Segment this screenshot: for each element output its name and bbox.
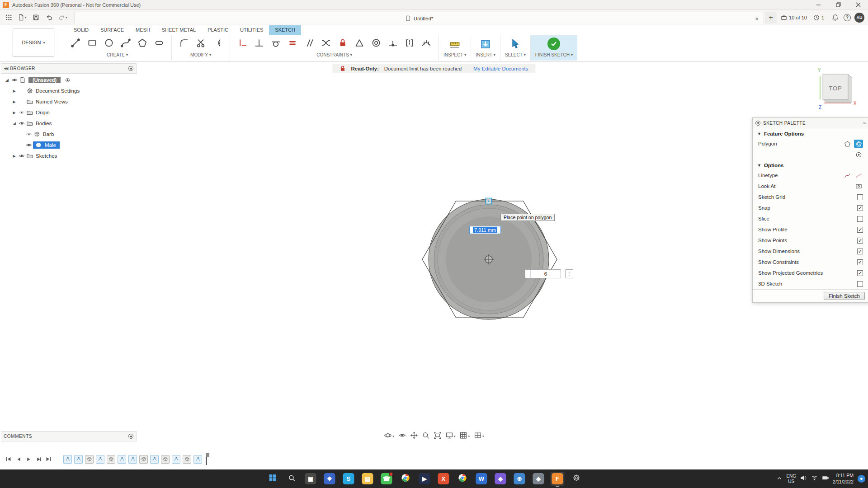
- visibility-eye-icon[interactable]: [25, 142, 33, 148]
- extension-clock[interactable]: 1: [811, 14, 826, 21]
- tray-overflow-chevron[interactable]: [777, 475, 782, 483]
- inspect-group-label[interactable]: INSPECT: [443, 52, 466, 57]
- fillet-tool-button[interactable]: [176, 37, 192, 51]
- select-group-label[interactable]: SELECT: [505, 52, 526, 57]
- go-to-start-button[interactable]: [4, 454, 14, 464]
- taskbar-globe-app-button[interactable]: ⊕: [512, 472, 526, 486]
- dimension-input[interactable]: 7.911 mm: [469, 226, 501, 234]
- comments-header[interactable]: COMMENTS: [1, 431, 137, 441]
- midpoint-tool-button[interactable]: [385, 37, 401, 51]
- taskbar-settings-button[interactable]: [569, 472, 583, 486]
- tree-closed-arrow[interactable]: ▶: [11, 111, 18, 115]
- new-tab-button[interactable]: +: [765, 12, 777, 23]
- extrude-feature-icon[interactable]: [161, 455, 170, 464]
- show-profile-checkbox[interactable]: ✓: [857, 227, 863, 233]
- insert-group-label[interactable]: INSERT: [476, 52, 495, 57]
- help-button[interactable]: [844, 14, 851, 21]
- volume-icon[interactable]: [800, 474, 807, 483]
- circle-tool-button[interactable]: [101, 37, 117, 51]
- extrude-feature-icon[interactable]: [139, 455, 148, 464]
- taskbar-app-orange-button[interactable]: X: [436, 472, 450, 486]
- timeline-position-marker[interactable]: [203, 453, 209, 465]
- taskbar-chrome-button[interactable]: [398, 472, 412, 486]
- taskbar-whatsapp-button[interactable]: ☎: [379, 472, 393, 486]
- sketch-feature-icon[interactable]: [118, 455, 126, 464]
- orbit-button[interactable]: ▾: [383, 431, 395, 441]
- sketch-palette-header[interactable]: SKETCH PALETTE »: [753, 118, 868, 128]
- slice-checkbox[interactable]: [857, 216, 863, 222]
- extrude-feature-icon[interactable]: [107, 455, 115, 464]
- pan-button[interactable]: [410, 431, 418, 441]
- expand-palette-icon[interactable]: »: [863, 120, 866, 126]
- look-at-icon[interactable]: [854, 182, 863, 190]
- slot-tool-button[interactable]: [151, 37, 167, 51]
- app-grid-icon[interactable]: [2, 11, 15, 24]
- ribbon-tab-mesh[interactable]: MESH: [130, 25, 156, 35]
- network-icon[interactable]: [811, 474, 818, 483]
- taskbar-fusion-360-button[interactable]: F: [550, 472, 564, 486]
- conic-tool-button[interactable]: [352, 37, 367, 51]
- fit-button[interactable]: [433, 431, 442, 441]
- rectangle-tool-button[interactable]: [85, 37, 100, 51]
- file-menu-button[interactable]: [15, 11, 29, 24]
- ribbon-tab-utilities[interactable]: UTILITIES: [234, 25, 269, 35]
- tangent-tool-button[interactable]: [268, 37, 283, 51]
- viewcube-front-face[interactable]: [823, 99, 851, 103]
- select-tool-button[interactable]: [508, 37, 523, 51]
- sketch-feature-icon[interactable]: [150, 455, 159, 464]
- visibility-eye-icon[interactable]: [18, 120, 26, 127]
- finish-sketch-button[interactable]: [546, 37, 561, 51]
- minimize-button[interactable]: [808, 0, 828, 9]
- taskbar-snipping-tool-button[interactable]: ▣: [303, 472, 317, 486]
- show-dimensions-checkbox[interactable]: ✓: [857, 249, 863, 254]
- go-to-end-button[interactable]: [43, 454, 53, 464]
- document-tab[interactable]: Untitled* ×: [74, 12, 764, 24]
- inscribed-polygon-mode-icon[interactable]: [854, 150, 863, 159]
- sketch-feature-icon[interactable]: [74, 455, 83, 464]
- finish-sketch-label[interactable]: FINISH SKETCH: [535, 52, 573, 57]
- zoom-button[interactable]: [421, 431, 430, 441]
- display-settings-button[interactable]: ▾: [445, 431, 456, 441]
- normal-linetype-icon[interactable]: [843, 171, 852, 179]
- 3d-sketch-checkbox[interactable]: [857, 281, 863, 287]
- tree-closed-arrow[interactable]: ▶: [11, 154, 18, 158]
- active-document-radio-icon[interactable]: [63, 77, 71, 83]
- sketch-feature-icon[interactable]: [172, 455, 180, 464]
- browser-item-unsaved[interactable]: ◢(Unsaved): [1, 75, 137, 85]
- options-section[interactable]: ▼ Options: [753, 160, 868, 170]
- step-forward-button[interactable]: [33, 454, 43, 464]
- visibility-eye-icon[interactable]: [10, 77, 19, 83]
- taskbar-browser-2-button[interactable]: [455, 472, 469, 486]
- spline-tool-button[interactable]: [118, 37, 133, 51]
- insert-tool-button[interactable]: [478, 37, 493, 51]
- ribbon-tab-solid[interactable]: SOLID: [68, 25, 94, 35]
- taskbar-word-button[interactable]: W: [474, 472, 488, 486]
- editable-documents-link[interactable]: My Editable Documents: [473, 66, 528, 71]
- create-group-label[interactable]: CREATE: [107, 52, 128, 57]
- browser-item-origin[interactable]: ▶Origin: [1, 107, 137, 118]
- view-cube[interactable]: TOP Y X Z: [803, 67, 862, 114]
- viewcube-right-face[interactable]: [848, 74, 851, 103]
- show-constraints-checkbox[interactable]: ✓: [857, 259, 863, 265]
- polygon-tool-button[interactable]: [135, 37, 150, 51]
- edge-count-input[interactable]: 6: [525, 269, 561, 278]
- tree-open-arrow[interactable]: ◢: [4, 78, 10, 82]
- ribbon-tab-surface[interactable]: SURFACE: [94, 25, 130, 35]
- smooth-tool-button[interactable]: [318, 37, 334, 51]
- undo-button[interactable]: [42, 11, 56, 24]
- browser-item-male[interactable]: Male: [1, 140, 137, 150]
- play-button[interactable]: [24, 454, 33, 464]
- browser-header[interactable]: ◀◀ BROWSER: [1, 63, 137, 74]
- finish-sketch-palette-button[interactable]: Finish Sketch: [824, 292, 865, 300]
- sketch-feature-icon[interactable]: [128, 455, 137, 464]
- taskbar-skype-button[interactable]: S: [341, 472, 355, 486]
- trim-tool-button[interactable]: [193, 37, 208, 51]
- user-avatar[interactable]: AU: [854, 13, 864, 23]
- feature-options-section[interactable]: ▼ Feature Options: [753, 128, 868, 138]
- taskbar-file-explorer-button[interactable]: ▤: [360, 472, 374, 486]
- redo-button[interactable]: [56, 11, 70, 24]
- construction-linetype-icon[interactable]: [854, 171, 863, 179]
- ribbon-tab-sketch[interactable]: SKETCH: [269, 25, 301, 35]
- taskbar-photos-2-button[interactable]: ◈: [493, 472, 507, 486]
- taskbar-start-button[interactable]: [265, 472, 279, 486]
